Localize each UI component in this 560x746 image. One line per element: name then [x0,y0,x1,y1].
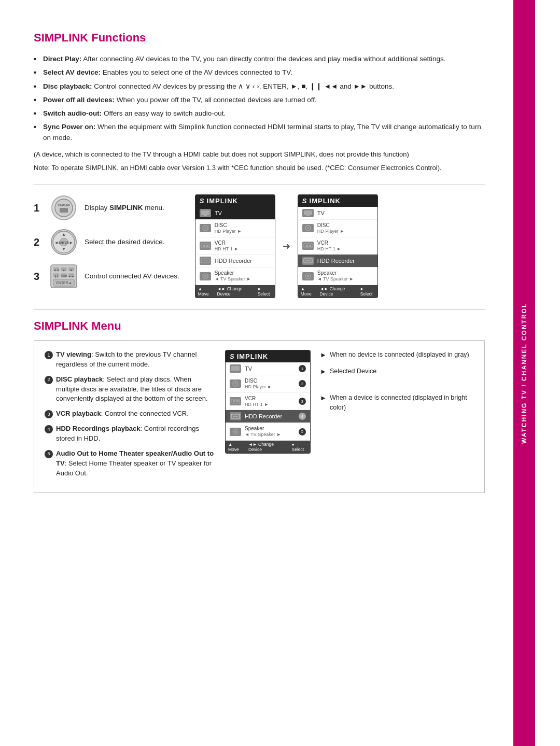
speaker-icon-2 [302,272,314,280]
menu-numbered-list-container: 1 TV viewing: Switch to the previous TV … [45,350,216,483]
menu-item-vcr-2: VCRHD HT 1 ► [298,237,377,255]
hdd-icon-3 [230,412,241,420]
svg-point-49 [235,383,236,385]
svg-text:SIMPLINK: SIMPLINK [58,204,70,207]
simplink-functions-title: SIMPLINK Functions [34,31,485,45]
step-icon-3: ◄◄ ► ■ ❙❙ SKIP ►► ENTER ● [50,263,77,290]
svg-rect-37 [306,215,310,216]
svg-text:►: ► [69,240,74,245]
vcr-icon-3 [230,397,241,405]
svg-text:◄: ◄ [54,240,59,245]
bullet-label-5: Switch audio-out: [43,109,102,117]
num-circle-5: 5 [45,450,53,458]
badge-2: 2 [299,380,306,387]
speaker-icon-1 [200,272,211,280]
num-circle-1: 1 [45,351,53,359]
menu-list-item-1: 1 TV viewing: Switch to the previous TV … [45,350,216,370]
menu-legend: ► When no device is connected (displayed… [320,350,474,419]
menu-item3-vcr: VCRHD HT 1 ► 3 [226,393,310,411]
menu-item-speaker-1: Speaker◄ TV Speaker ► [195,268,275,285]
num-circle-3: 3 [45,410,53,418]
disc-icon-3 [230,379,241,388]
menu-item-vcr-1: VCRHD HT 1 ► [195,237,275,255]
badge-3: 3 [299,398,306,405]
disc-icon-2 [302,224,314,232]
svg-text:ENTER ●: ENTER ● [57,281,72,285]
note1: (A device, which is connected to the TV … [34,149,485,160]
tv-icon-3 [230,364,241,373]
svg-text:◄◄: ◄◄ [53,269,59,272]
bullet-disc-playback: Disc playback: Control connected AV devi… [34,81,485,92]
steps-left: 1 SIMPLINK Display SIMPLINK menu. [34,194,179,290]
svg-rect-36 [304,210,312,215]
badge-5: 5 [299,428,306,435]
tv-icon-2 [302,209,314,217]
svg-rect-41 [306,245,308,247]
step-number-3: 3 [34,271,43,283]
note2: Note: To operate SIMPLINK, an HDMI cable… [34,163,485,173]
svg-rect-2 [60,208,68,213]
menu-item3-tv: TV 1 [226,362,310,375]
menu-footer-2: ▲ Move ◄► Change Device ● Select [298,285,377,298]
step-row-3: 3 [34,263,179,290]
bullet-switch-audio: Switch audio-out: Offers an easy way to … [34,108,485,119]
svg-rect-42 [309,245,311,247]
bullet-label-3: Disc playback: [43,82,92,90]
legend-item-1: ► When no device is connected (displayed… [320,350,474,360]
vcr-icon-1 [200,242,211,250]
bullet-power-off: Power off all devices: When you power of… [34,95,485,105]
bullet-label-6: Sync Power on: [43,123,95,131]
svg-text:▼: ▼ [62,246,66,251]
menu-header-2: Simplink [298,195,377,207]
bullet-direct-play: Direct Play: After connecting AV devices… [34,54,485,64]
steps-menus: Simplink TV DISCHD Player ► [195,194,378,298]
svg-text:❙❙: ❙❙ [54,275,59,278]
bullet-label-1: Direct Play: [43,55,81,63]
step-row-1: 1 SIMPLINK Display SIMPLINK menu. [34,194,179,221]
disc-icon-1 [200,224,211,232]
bullet-label-4: Power off all devices: [43,96,115,104]
simplink-menu-3: Simplink TV 1 DISCHD Player ► [225,350,311,454]
step-icon-1: SIMPLINK [50,194,77,221]
svg-point-39 [307,228,309,229]
bullet-list: Direct Play: After connecting AV devices… [34,54,485,143]
svg-point-56 [234,431,236,433]
simplink-menu-title: SIMPLINK Menu [34,319,485,333]
side-tab: WATCHING TV / CHANNEL CONTROL [513,0,535,746]
step-desc-3: Control connected AV devices. [85,272,179,281]
svg-rect-51 [233,400,235,402]
menu-item3-hdd: HDD Recorder 4 [226,410,310,423]
menu-section-box: 1 TV viewing: Switch to the previous TV … [34,340,485,493]
legend-item-2: ► Selected Device [320,367,474,377]
menu-item-tv-2: TV [298,207,377,220]
menu-header-1: Simplink [195,195,275,207]
menu-footer-1: ▲ Move ◄► Change Device ● Select [195,285,275,298]
speaker-icon-3 [230,428,241,436]
page-container: SIMPLINK Functions Direct Play: After co… [0,0,560,746]
menu-item3-disc: DISCHD Player ► 2 [226,375,310,393]
simplink-menu-2: Simplink TV DISCHD Player ► [298,194,378,298]
svg-rect-47 [231,366,240,371]
step-desc-2: Select the desired device. [85,237,165,247]
svg-point-46 [307,275,309,277]
steps-section: 1 SIMPLINK Display SIMPLINK menu. [34,194,485,298]
enter-button[interactable]: ▲ ▼ ◄ ► ENTER [51,229,77,255]
menu-item-hdd-1: HDD Recorder [195,255,275,268]
bullet-select-av: Select AV device: Enables you to select … [34,67,485,78]
simplink-menu-1: Simplink TV DISCHD Player ► [195,194,275,298]
svg-point-28 [204,228,206,229]
legend-text-3: When a device is connected (displayed in… [330,393,474,413]
step-number-1: 1 [34,202,43,214]
hdd-icon-2 [302,257,314,265]
menu-list-item-5: 5 Audio Out to Home Theater speaker/Audi… [45,449,216,478]
simplink-button[interactable]: SIMPLINK [51,195,76,220]
menu-item-disc-1: DISCHD Player ► [195,220,275,237]
hdd-icon-1 [200,257,211,265]
svg-rect-26 [204,215,207,216]
legend-item-3: ► When a device is connected (displayed … [320,393,474,413]
legend-arrow-3: ► [320,393,327,403]
step-desc-1: Display SIMPLINK menu. [85,203,164,213]
menu-item-tv-1: TV [195,207,275,220]
badge-1: 1 [299,365,306,372]
svg-text:►: ► [62,269,65,272]
